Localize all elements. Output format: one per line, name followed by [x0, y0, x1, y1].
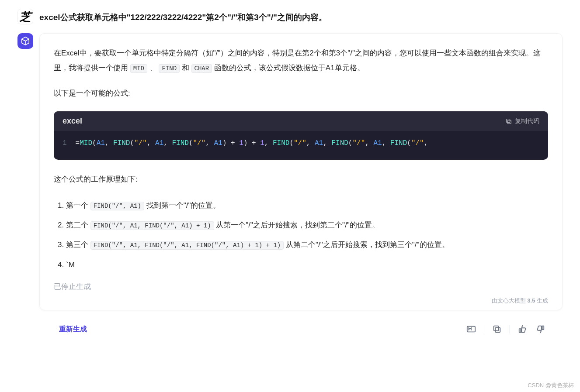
thumbs-up-icon — [518, 324, 528, 334]
code-language-label: excel — [63, 117, 82, 126]
action-icons — [466, 324, 545, 334]
divider — [510, 325, 510, 334]
thumbs-up-button[interactable] — [518, 324, 528, 334]
copy-icon — [505, 118, 512, 125]
copy-icon — [492, 324, 502, 334]
list-item: 第二个 FIND("/", A1, FIND("/", A1) + 1) 从第一… — [66, 217, 548, 233]
step-code: FIND("/", A1) — [90, 202, 144, 210]
user-question: excel公式获取单元格中"122/222/3222/4222"第2个"/"和第… — [39, 9, 327, 24]
cube-icon — [21, 36, 30, 46]
bot-message-row: 在Excel中，要获取一个单元格中特定分隔符（如"/"）之间的内容，特别是在第2… — [17, 33, 563, 310]
svg-rect-0 — [507, 120, 511, 124]
response-card: 在Excel中，要获取一个单元格中特定分隔符（如"/"）之间的内容，特别是在第2… — [39, 33, 563, 310]
intro-paragraph: 在Excel中，要获取一个单元格中特定分隔符（如"/"）之间的内容，特别是在第2… — [54, 46, 548, 76]
user-message-row: 芝 excel公式获取单元格中"122/222/3222/4222"第2个"/"… — [17, 9, 563, 24]
copy-code-button[interactable]: 复制代码 — [505, 117, 539, 125]
divider — [484, 325, 484, 334]
svg-rect-4 — [494, 326, 499, 331]
stopped-status: 已停止生成 — [54, 282, 548, 292]
markdown-icon — [466, 324, 476, 334]
thumbs-down-icon — [535, 324, 545, 334]
inline-code-char: CHAR — [191, 64, 212, 73]
code-body[interactable]: 1=MID(A1, FIND("/", A1, FIND("/", A1) + … — [54, 131, 548, 160]
step-code: FIND("/", A1, FIND("/", A1) + 1) — [90, 221, 214, 230]
inline-code-mid: MID — [130, 64, 147, 73]
copy-label: 复制代码 — [515, 117, 539, 125]
formula-intro: 以下是一个可能的公式: — [54, 86, 548, 101]
copy-response-button[interactable] — [492, 324, 502, 334]
list-item: 第三个 FIND("/", A1, FIND("/", A1, FIND("/"… — [66, 237, 548, 253]
bot-avatar — [17, 33, 33, 49]
inline-code-find: FIND — [159, 64, 180, 73]
thumbs-down-button[interactable] — [535, 324, 545, 334]
svg-rect-1 — [507, 119, 510, 122]
generated-by-note: 由文心大模型 3.5 生成 — [54, 297, 548, 305]
action-bar: 重新生成 — [17, 319, 563, 336]
steps-list: 第一个 FIND("/", A1) 找到第一个"/"的位置。 第二个 FIND(… — [54, 197, 548, 273]
step-code: FIND("/", A1, FIND("/", A1, FIND("/", A1… — [90, 241, 284, 250]
line-number: 1 — [63, 139, 67, 147]
explanation-title: 这个公式的工作原理如下: — [54, 172, 548, 187]
list-item: `M — [66, 257, 548, 273]
list-item: 第一个 FIND("/", A1) 找到第一个"/"的位置。 — [66, 197, 548, 213]
markdown-button[interactable] — [466, 324, 476, 334]
user-avatar: 芝 — [17, 9, 33, 24]
svg-rect-3 — [495, 327, 500, 332]
code-block: excel 复制代码 1=MID(A1, FIND("/", A1, FIND(… — [54, 111, 548, 160]
regenerate-button[interactable]: 重新生成 — [59, 325, 87, 334]
code-header: excel 复制代码 — [54, 111, 548, 131]
